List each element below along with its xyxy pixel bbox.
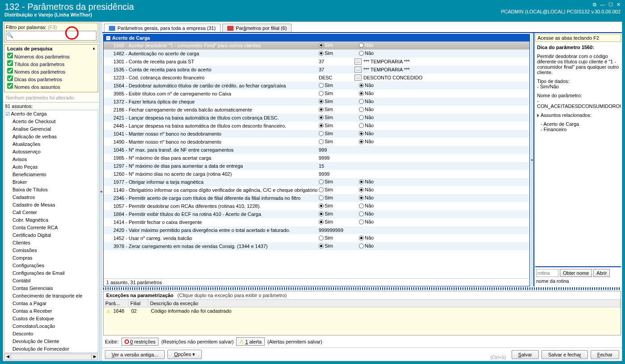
param-row[interactable]: 1372 - Fazer leitura óptica de cheque Si… bbox=[104, 98, 529, 106]
param-row[interactable]: 1045 - Nº max. para transf. de NF entre … bbox=[104, 146, 529, 154]
param-row[interactable]: 3985 - Exibir títulos com nº de carregam… bbox=[104, 90, 529, 98]
subject-item[interactable]: Beneficiamento bbox=[4, 171, 98, 178]
subject-item[interactable]: Clientes bbox=[4, 239, 98, 247]
param-row[interactable]: 1414 - Permitir fechar o caixa divergent… bbox=[104, 218, 529, 226]
nao-radio[interactable]: Não bbox=[359, 243, 374, 248]
sim-radio[interactable]: Sim bbox=[319, 243, 333, 248]
routine-input[interactable] bbox=[536, 269, 558, 277]
param-row[interactable]: 1452 - Usar nº carreg. venda balcão Sim … bbox=[104, 234, 529, 242]
filter-input[interactable] bbox=[6, 31, 96, 41]
param-row[interactable]: 1535 - Conta de receita para sobra do ac… bbox=[104, 66, 529, 74]
subject-item[interactable]: Desconto bbox=[4, 330, 98, 338]
subjects-list[interactable]: Acerto de CargaAcerto de CheckoutAnalise… bbox=[4, 110, 98, 353]
minimize-icon[interactable]: — bbox=[600, 2, 605, 8]
nao-radio[interactable]: Não bbox=[359, 187, 374, 192]
param-value[interactable]: 9999 bbox=[319, 171, 354, 177]
subject-item[interactable]: Certificado Digital bbox=[4, 232, 98, 239]
param-row[interactable]: 3978 - Zerar carregamento em notas de ve… bbox=[104, 242, 529, 250]
sim-radio[interactable]: Sim bbox=[319, 115, 333, 120]
subject-item[interactable]: Acerto de Carga bbox=[4, 110, 98, 118]
nao-radio[interactable]: Não bbox=[359, 211, 374, 216]
tab-general[interactable]: Parâmetros gerais, para toda a empresa (… bbox=[104, 24, 221, 32]
sim-radio[interactable]: Sim bbox=[319, 235, 333, 240]
lookup-button[interactable]: … bbox=[354, 74, 362, 81]
subject-item[interactable]: Auto Peças bbox=[4, 163, 98, 171]
search-loc-checkbox[interactable]: Títulos dos parâmetros bbox=[7, 60, 95, 68]
subject-item[interactable]: Devolução de Cliente bbox=[4, 338, 98, 345]
save-close-button[interactable]: Salvar e fechar bbox=[542, 350, 588, 359]
expand-icon[interactable] bbox=[537, 114, 539, 117]
param-row[interactable]: 2445 - Lançar despesa na baixa automátic… bbox=[104, 122, 529, 130]
subject-item[interactable]: Custos de Estoque bbox=[4, 315, 98, 323]
save-button[interactable]: Salvar bbox=[512, 350, 539, 359]
sim-radio[interactable]: Sim bbox=[319, 187, 333, 192]
tab-branch[interactable]: Parâmetros por filial (6) bbox=[222, 24, 292, 32]
subject-item[interactable]: Contas a Receber bbox=[4, 307, 98, 315]
subject-item[interactable]: Call Center bbox=[4, 209, 98, 216]
param-row[interactable]: 1301 - Conta de receita para guia ST37…*… bbox=[104, 58, 529, 66]
nao-radio[interactable]: Não bbox=[359, 50, 374, 56]
param-row[interactable]: 1490 - Manter nosso nº banco no desdobra… bbox=[104, 138, 529, 146]
group-header[interactable]: − Acerto de Carga bbox=[104, 34, 529, 41]
exceptions-body[interactable]: ⚠164802Código informado não foi cadastra… bbox=[104, 307, 621, 335]
param-row[interactable]: 1985 - Nº máximo de dias para acertar ca… bbox=[104, 154, 529, 162]
collapse-group-icon[interactable]: − bbox=[106, 36, 110, 40]
nao-radio[interactable]: Não bbox=[359, 115, 374, 120]
old-version-button[interactable]: Ver a versão antiga... bbox=[105, 350, 165, 359]
scroll-right-icon[interactable]: ▶ bbox=[92, 354, 98, 360]
sim-radio[interactable]: Sim bbox=[319, 99, 333, 104]
subject-item[interactable]: Comodato/Locação bbox=[4, 323, 98, 330]
subject-item[interactable]: Cobr. Magnética bbox=[4, 216, 98, 224]
nao-radio[interactable]: Não bbox=[359, 139, 374, 144]
get-name-button[interactable]: Obter nome bbox=[560, 269, 592, 277]
sim-radio[interactable]: Sim bbox=[319, 203, 333, 208]
subject-item[interactable]: Autosserviço bbox=[4, 148, 98, 156]
lookup-button[interactable]: … bbox=[354, 66, 362, 73]
sim-radio[interactable]: Sim bbox=[319, 123, 333, 128]
subject-item[interactable]: Aplicação de verbas bbox=[4, 133, 98, 141]
param-row[interactable]: 1041 - Manter nosso nº banco no desdobra… bbox=[104, 130, 529, 138]
subject-item[interactable]: Contas Gerenciais bbox=[4, 285, 98, 292]
subject-item[interactable]: Analise Gerencial bbox=[4, 125, 98, 133]
options-button[interactable]: Opções ▾ bbox=[167, 350, 202, 359]
subject-item[interactable]: Cadastro de Mesas bbox=[4, 201, 98, 209]
alerts-button[interactable]: ⚠ 1 alerta bbox=[236, 337, 265, 346]
search-loc-checkbox[interactable]: Nomes dos parâmetros bbox=[7, 68, 95, 75]
param-row[interactable]: 1140 - Obrigatório informar os campos dí… bbox=[104, 186, 529, 194]
horizontal-splitter[interactable] bbox=[103, 287, 621, 290]
subject-item[interactable]: Baixa de Títulos bbox=[4, 186, 98, 194]
search-loc-checkbox[interactable]: Dicas dos parâmetros bbox=[7, 75, 95, 83]
param-row[interactable]: 2421 - Lançar despesa na baixa automátic… bbox=[104, 114, 529, 122]
param-row[interactable]: 2346 - Permitir acerto de carga com títu… bbox=[104, 194, 529, 202]
param-row[interactable]: 1884 - Permitir exibir títulos do ECF na… bbox=[104, 210, 529, 218]
subject-item[interactable]: Contábil bbox=[4, 277, 98, 285]
subject-item[interactable]: Configurações de Email bbox=[4, 269, 98, 277]
maximize-icon[interactable]: ☐ bbox=[608, 2, 613, 8]
sim-radio[interactable]: Sim bbox=[319, 91, 333, 96]
param-rows[interactable]: 1560 - Aceitar desdobrar "1 - consumidor… bbox=[104, 41, 529, 278]
sim-radio[interactable]: Sim bbox=[319, 107, 333, 112]
param-row[interactable]: 1564 - Desdobrar automático títulos de c… bbox=[104, 82, 529, 90]
nao-radio[interactable]: Não bbox=[359, 107, 374, 112]
sim-radio[interactable]: Sim bbox=[319, 139, 333, 144]
param-row[interactable]: 2186 - Fechar carregamento de venda balc… bbox=[104, 106, 529, 114]
param-row[interactable]: 1297 - Nº máximo de dias para aumentar a… bbox=[104, 162, 529, 170]
subject-item[interactable]: Configurações bbox=[4, 262, 98, 269]
nao-radio[interactable]: Não bbox=[359, 99, 374, 104]
subjects-hscroll[interactable]: ◀ ▶ bbox=[4, 353, 98, 360]
param-value[interactable]: 37 bbox=[319, 67, 354, 72]
param-value[interactable]: DESC bbox=[319, 75, 354, 80]
subject-item[interactable]: Broker bbox=[4, 178, 98, 186]
sim-radio[interactable]: Sim bbox=[319, 179, 333, 184]
search-loc-checkbox[interactable]: Números dos parâmetros bbox=[7, 53, 95, 60]
sim-radio[interactable]: Sim bbox=[319, 219, 333, 224]
subject-item[interactable]: Cadastros bbox=[4, 194, 98, 201]
param-value[interactable]: 15 bbox=[319, 163, 354, 169]
scroll-left-icon[interactable]: ◀ bbox=[4, 354, 11, 360]
subject-item[interactable]: Compras bbox=[4, 254, 98, 262]
param-row[interactable]: 1482 - Autenticação no acerto de carga S… bbox=[104, 50, 529, 58]
nao-radio[interactable]: Não bbox=[359, 235, 374, 240]
param-value[interactable]: 999 bbox=[319, 147, 354, 153]
subject-item[interactable]: Atualizações bbox=[4, 141, 98, 148]
nao-radio[interactable]: Não bbox=[359, 219, 374, 224]
